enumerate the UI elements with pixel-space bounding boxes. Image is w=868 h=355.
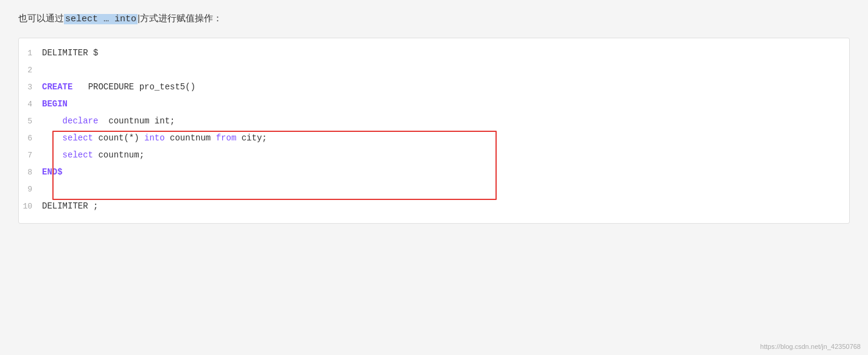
code-line: 9 bbox=[19, 182, 849, 199]
intro-prefix: 也可以通过 bbox=[18, 13, 64, 23]
intro-text: 也可以通过select … into|方式进行赋值操作： bbox=[18, 11, 850, 27]
code-token: DELIMITER ; bbox=[42, 201, 98, 211]
intro-highlight: select … into bbox=[64, 14, 138, 24]
code-token: into bbox=[144, 133, 165, 143]
line-number: 6 bbox=[19, 131, 42, 145]
line-content: select count(*) into countnum from city; bbox=[42, 131, 843, 146]
line-number: 7 bbox=[19, 148, 42, 162]
line-content bbox=[42, 182, 843, 197]
code-line: 10DELIMITER ; bbox=[19, 199, 849, 216]
code-token: countnum bbox=[165, 133, 216, 143]
code-block: 1DELIMITER $2 3CREATE PROCEDURE pro_test… bbox=[18, 38, 850, 224]
line-number: 9 bbox=[19, 182, 42, 196]
code-token: END$ bbox=[42, 167, 63, 177]
code-token: countnum; bbox=[93, 150, 144, 160]
line-number: 3 bbox=[19, 80, 42, 94]
code-line: 6 select count(*) into countnum from cit… bbox=[19, 131, 849, 148]
line-content: select countnum; bbox=[42, 148, 843, 163]
line-content: CREATE PROCEDURE pro_test5() bbox=[42, 80, 843, 95]
code-token bbox=[42, 116, 63, 126]
code-token: PROCEDURE pro_test5() bbox=[72, 82, 195, 92]
line-number: 10 bbox=[19, 199, 42, 213]
line-content: DELIMITER ; bbox=[42, 199, 843, 214]
code-line: 7 select countnum; bbox=[19, 148, 849, 165]
code-token: DELIMITER $ bbox=[42, 48, 98, 58]
page-wrapper: 也可以通过select … into|方式进行赋值操作： 1DELIMITER … bbox=[0, 0, 868, 355]
code-token: countnum int; bbox=[98, 116, 175, 126]
code-token: count(*) bbox=[93, 133, 144, 143]
code-token: BEGIN bbox=[42, 99, 68, 109]
intro-suffix: 方式进行赋值操作： bbox=[140, 13, 222, 23]
line-content: END$ bbox=[42, 165, 843, 180]
line-content: DELIMITER $ bbox=[42, 46, 843, 61]
code-token: city; bbox=[236, 133, 267, 143]
line-content: declare countnum int; bbox=[42, 114, 843, 129]
code-lines: 1DELIMITER $2 3CREATE PROCEDURE pro_test… bbox=[19, 46, 849, 216]
code-line: 4BEGIN bbox=[19, 97, 849, 114]
code-line: 8END$ bbox=[19, 165, 849, 182]
code-token: from bbox=[216, 133, 237, 143]
line-number: 4 bbox=[19, 97, 42, 111]
line-content bbox=[42, 63, 843, 78]
line-number: 8 bbox=[19, 165, 42, 179]
code-token: CREATE bbox=[42, 82, 72, 92]
line-content: BEGIN bbox=[42, 97, 843, 112]
line-number: 5 bbox=[19, 114, 42, 128]
code-line: 5 declare countnum int; bbox=[19, 114, 849, 131]
code-token: select bbox=[63, 133, 93, 143]
code-line: 1DELIMITER $ bbox=[19, 46, 849, 63]
code-line: 3CREATE PROCEDURE pro_test5() bbox=[19, 80, 849, 97]
watermark: https://blog.csdn.net/jn_42350768 bbox=[760, 343, 861, 350]
code-token bbox=[42, 150, 63, 160]
code-line: 2 bbox=[19, 63, 849, 80]
line-number: 2 bbox=[19, 63, 42, 77]
line-number: 1 bbox=[19, 46, 42, 60]
code-token bbox=[42, 133, 63, 143]
code-token: select bbox=[63, 150, 93, 160]
code-token: declare bbox=[63, 116, 99, 126]
